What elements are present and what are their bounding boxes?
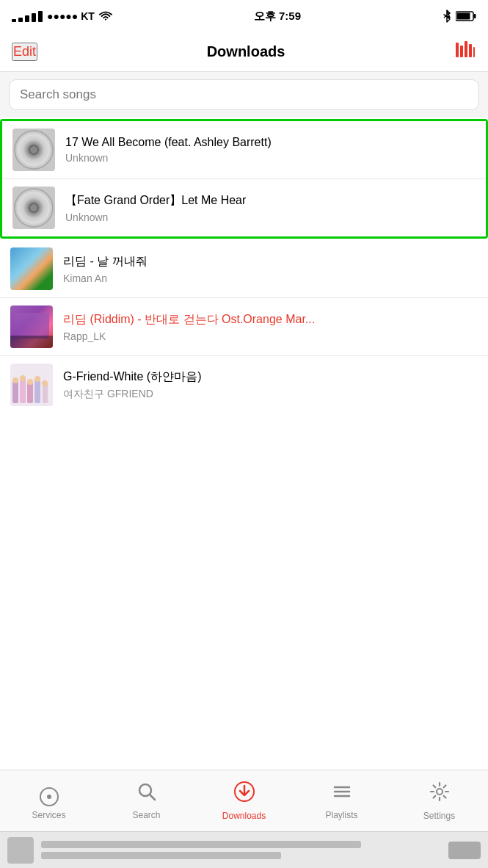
song-info: G-Friend-White (하얀마음) 여자친구 GFRIEND bbox=[63, 369, 478, 401]
carrier-label: ●●●●● KT bbox=[47, 10, 95, 22]
song-title: 17 We All Become (feat. Ashley Barrett) bbox=[65, 136, 476, 149]
navigation-bar: Edit Downloads bbox=[0, 32, 488, 72]
song-artist: 여자친구 GFRIEND bbox=[63, 388, 478, 401]
signal-icon bbox=[12, 11, 43, 22]
list-item[interactable]: 【Fate Grand Order】Let Me Hear Unknown bbox=[2, 179, 486, 236]
list-item[interactable]: 리딤 (Riddim) - 반대로 걷는다 Ost.Orange Mar... … bbox=[0, 298, 488, 356]
svg-point-17 bbox=[42, 380, 48, 386]
svg-point-25 bbox=[437, 789, 443, 795]
vinyl-disc bbox=[14, 188, 54, 228]
tab-search[interactable]: Search bbox=[98, 770, 195, 831]
svg-rect-6 bbox=[469, 44, 472, 57]
ad-text-line-1 bbox=[41, 841, 361, 848]
tab-label-settings: Settings bbox=[423, 811, 455, 821]
song-title: G-Friend-White (하얀마음) bbox=[63, 369, 478, 385]
svg-rect-7 bbox=[473, 47, 475, 57]
song-artist: Unknown bbox=[65, 211, 476, 223]
status-time: 오후 7:59 bbox=[254, 10, 301, 23]
ad-text-line-2 bbox=[41, 852, 281, 859]
album-art bbox=[12, 187, 55, 229]
svg-rect-5 bbox=[465, 41, 467, 57]
ad-thumbnail bbox=[7, 837, 34, 864]
svg-rect-10 bbox=[20, 379, 26, 403]
bluetooth-icon bbox=[443, 10, 451, 23]
vinyl-disc bbox=[14, 130, 54, 170]
song-info: 【Fate Grand Order】Let Me Hear Unknown bbox=[65, 193, 476, 223]
ad-bar bbox=[0, 831, 488, 868]
svg-point-13 bbox=[27, 379, 33, 385]
svg-point-15 bbox=[34, 376, 40, 382]
list-item[interactable]: 리딤 - 날 꺼내줘 Kiman An bbox=[0, 240, 488, 298]
album-art bbox=[10, 364, 53, 406]
tab-label-playlists: Playlists bbox=[325, 810, 357, 820]
equalizer-icon[interactable] bbox=[454, 40, 476, 65]
tab-services[interactable]: Services bbox=[0, 770, 98, 831]
services-icon bbox=[40, 781, 59, 806]
svg-rect-1 bbox=[473, 14, 476, 18]
ad-action-button[interactable] bbox=[448, 842, 481, 859]
song-artist: Rapp_LK bbox=[63, 330, 478, 342]
tab-bar: Services Search Downloads bbox=[0, 770, 488, 831]
tab-settings[interactable]: Settings bbox=[390, 770, 488, 831]
settings-icon bbox=[429, 781, 450, 807]
album-art bbox=[10, 247, 53, 290]
tab-label-services: Services bbox=[32, 810, 65, 820]
edit-button[interactable]: Edit bbox=[12, 43, 37, 61]
list-item[interactable]: 17 We All Become (feat. Ashley Barrett) … bbox=[2, 121, 486, 179]
svg-rect-12 bbox=[27, 383, 33, 403]
search-input[interactable] bbox=[9, 79, 479, 110]
song-info: 리딤 (Riddim) - 반대로 걷는다 Ost.Orange Mar... … bbox=[63, 312, 478, 342]
status-bar: ●●●●● KT 오후 7:59 bbox=[0, 0, 488, 32]
highlighted-group: 17 We All Become (feat. Ashley Barrett) … bbox=[0, 119, 488, 239]
search-icon bbox=[137, 782, 156, 806]
svg-point-9 bbox=[12, 377, 18, 383]
svg-rect-4 bbox=[460, 46, 463, 57]
album-art bbox=[10, 305, 53, 348]
status-left: ●●●●● KT bbox=[12, 10, 112, 22]
battery-icon bbox=[456, 11, 476, 21]
song-title: 리딤 (Riddim) - 반대로 걷는다 Ost.Orange Mar... bbox=[63, 312, 478, 328]
tab-label-downloads: Downloads bbox=[222, 811, 266, 821]
song-title: 【Fate Grand Order】Let Me Hear bbox=[65, 193, 476, 209]
status-right bbox=[443, 10, 476, 23]
tab-label-search: Search bbox=[132, 810, 160, 820]
album-art bbox=[12, 129, 55, 171]
svg-rect-16 bbox=[43, 384, 48, 403]
svg-rect-3 bbox=[456, 43, 459, 57]
svg-rect-8 bbox=[12, 381, 18, 403]
song-list: 17 We All Become (feat. Ashley Barrett) … bbox=[0, 119, 488, 413]
svg-line-19 bbox=[150, 795, 155, 800]
svg-point-11 bbox=[20, 375, 26, 381]
playlists-icon bbox=[332, 782, 352, 806]
tab-playlists[interactable]: Playlists bbox=[293, 770, 390, 831]
ad-text-block bbox=[41, 841, 441, 859]
song-artist: Unknown bbox=[65, 152, 476, 164]
tab-downloads[interactable]: Downloads bbox=[195, 770, 293, 831]
downloads-icon bbox=[234, 781, 255, 807]
song-artist: Kiman An bbox=[63, 272, 478, 284]
page-title: Downloads bbox=[207, 43, 285, 60]
search-container bbox=[0, 72, 488, 117]
svg-rect-2 bbox=[456, 13, 470, 20]
song-info: 17 We All Become (feat. Ashley Barrett) … bbox=[65, 136, 476, 164]
svg-rect-14 bbox=[34, 380, 40, 403]
song-title: 리딤 - 날 꺼내줘 bbox=[63, 254, 478, 270]
list-item[interactable]: G-Friend-White (하얀마음) 여자친구 GFRIEND bbox=[0, 356, 488, 413]
wifi-icon bbox=[99, 11, 112, 21]
song-info: 리딤 - 날 꺼내줘 Kiman An bbox=[63, 254, 478, 284]
